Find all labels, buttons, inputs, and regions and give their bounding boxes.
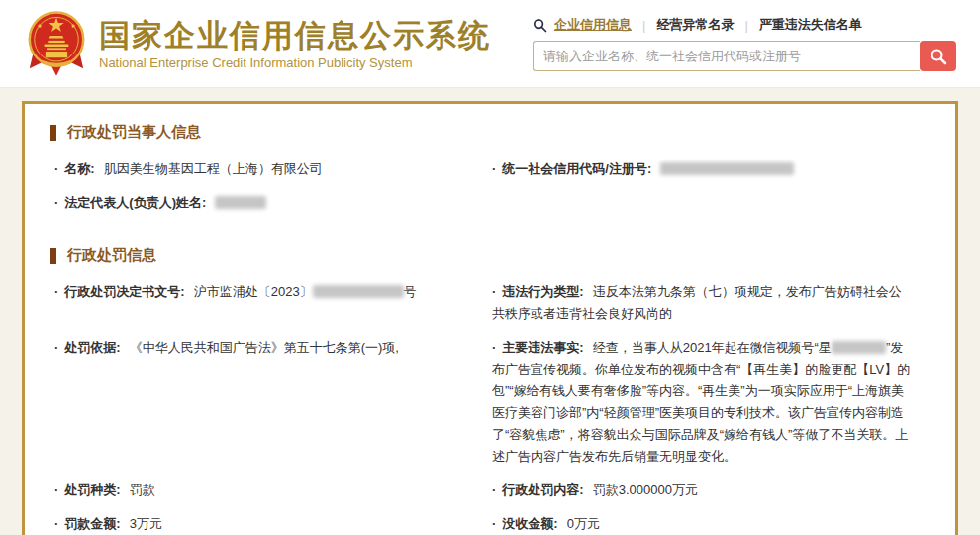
nav-separator: | [744,18,747,33]
redacted-credit-code [660,162,794,175]
section-title-text: 行政处罚当事人信息 [67,123,201,142]
field-label: 罚款金额: [64,516,120,531]
search-icon [533,18,547,33]
field-company-name: ·名称:肌因美生物基因工程（上海）有限公司 [50,155,488,188]
field-fine-amount: ·罚款金额:3万元 [50,509,488,535]
field-label: 没收金额: [502,516,557,531]
section-marker [50,125,56,141]
bullet: · [492,516,496,531]
app-header: 国家企业信用信息公示系统 National Enterprise Credit … [0,0,980,88]
field-penalty-type: ·处罚种类:罚款 [50,476,488,509]
bullet: · [492,284,496,299]
field-value: 3万元 [130,516,162,531]
site-title-block: 国家企业信用信息公示系统 National Enterprise Credit … [99,17,491,70]
field-label: 行政处罚决定书文号: [64,284,184,299]
section-marker [50,248,56,264]
field-value: 号 [404,284,417,299]
bullet: · [492,161,496,176]
field-value: 罚款 [130,482,155,497]
field-label: 处罚依据: [64,340,120,355]
field-illegal-type: ·违法行为类型:违反本法第九条第（七）项规定，发布广告妨碍社会公共秩序或者违背社… [488,277,930,333]
field-penalty-content: ·行政处罚内容:罚款3.000000万元 [488,476,930,509]
field-legal-rep: ·法定代表人(负责人)姓名: [50,188,488,222]
bullet: · [54,482,58,497]
site-title-cn: 国家企业信用信息公示系统 [99,17,491,54]
empty-cell [488,188,930,222]
bullet: · [54,161,58,176]
redacted-legal-rep-name [215,196,266,209]
field-credit-code: ·统一社会信用代码/注册号: [488,155,930,188]
content-card: 行政处罚当事人信息 ·名称:肌因美生物基因工程（上海）有限公司 ·统一社会信用代… [22,101,958,535]
main-area: 行政处罚当事人信息 ·名称:肌因美生物基因工程（上海）有限公司 ·统一社会信用代… [0,88,980,535]
penalty-fields: ·行政处罚决定书文号:沪市监浦处〔2023〕号 ·违法行为类型:违反本法第九条第… [50,277,930,535]
nav-link-serious-violations[interactable]: 严重违法失信名单 [759,16,862,34]
field-label: 违法行为类型: [502,284,583,299]
site-title-en: National Enterprise Credit Information P… [99,55,491,70]
search-button[interactable] [920,41,956,71]
search-bar [533,41,956,71]
party-fields: ·名称:肌因美生物基因工程（上海）有限公司 ·统一社会信用代码/注册号: ·法定… [50,155,930,222]
field-label: 处罚种类: [64,482,120,497]
field-label: 行政处罚内容: [502,482,583,497]
redacted-wechat-account [832,341,886,354]
field-label: 统一社会信用代码/注册号: [502,161,651,176]
field-label: 名称: [64,161,94,176]
field-value: ”发布广告宣传视频。你单位发布的视频中含有“【再生美】的脸更配【LV】的包”“嫁… [492,340,910,464]
field-value: 0万元 [567,516,600,531]
field-value: 沪市监浦处〔2023〕 [194,284,313,299]
header-right: 企业信用信息 | 经营异常名录 | 严重违法失信名单 [533,16,956,71]
field-confiscate-amount: ·没收金额:0万元 [488,509,930,535]
search-button-icon [930,48,947,65]
field-doc-number: ·行政处罚决定书文号:沪市监浦处〔2023〕号 [50,277,488,333]
redacted-doc-number [313,285,404,298]
field-label: 法定代表人(负责人)姓名: [64,195,206,210]
nav-link-enterprise-credit[interactable]: 企业信用信息 [554,16,632,34]
field-value: 肌因美生物基因工程（上海）有限公司 [104,161,323,176]
field-value: 《中华人民共和国广告法》第五十七条第(一)项, [130,340,399,355]
bullet: · [54,340,58,355]
field-label: 主要违法事实: [502,340,583,355]
field-value: 罚款3.000000万元 [593,482,698,497]
nav-separator: | [642,18,645,33]
national-emblem-logo [26,10,87,77]
field-penalty-basis: ·处罚依据:《中华人民共和国广告法》第五十七条第(一)项, [50,333,488,476]
section-header-penalty: 行政处罚信息 [50,246,930,265]
search-input[interactable] [533,41,920,71]
nav-link-abnormal-operations[interactable]: 经营异常名录 [656,16,734,34]
section-header-party: 行政处罚当事人信息 [50,123,930,142]
section-title-text: 行政处罚信息 [67,246,156,265]
field-value: 经查，当事人从2021年起在微信视频号“星 [593,340,832,355]
top-nav: 企业信用信息 | 经营异常名录 | 严重违法失信名单 [533,16,956,34]
bullet: · [492,482,496,497]
bullet: · [492,340,496,355]
bullet: · [54,284,58,299]
bullet: · [54,195,58,210]
field-main-facts: ·主要违法事实:经查，当事人从2021年起在微信视频号“星”发布广告宣传视频。你… [488,333,930,476]
bullet: · [54,516,58,531]
